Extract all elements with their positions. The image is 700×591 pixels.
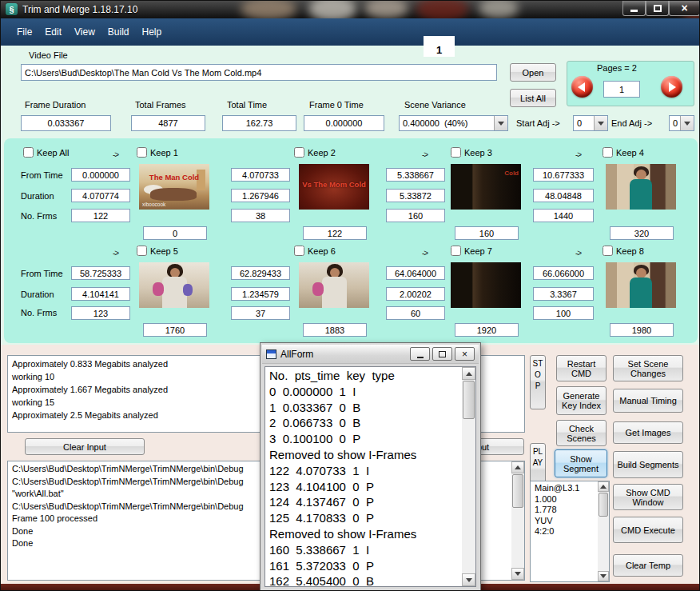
segment-5-frames[interactable]: 123 — [71, 306, 130, 320]
allform-title-bar[interactable]: AllForm × — [262, 345, 479, 364]
allform-minimize-button[interactable] — [410, 347, 430, 361]
segment-8-from-time[interactable]: 66.066000 — [533, 266, 594, 280]
total-time-input[interactable] — [222, 115, 296, 131]
keep-5-checkbox-input[interactable] — [137, 246, 147, 256]
segment-1-duration[interactable]: 4.070774 — [71, 189, 130, 202]
segment-7-thumbnail[interactable] — [451, 262, 521, 308]
end-adj-dropdown-button[interactable] — [680, 116, 694, 130]
scroll-up-button[interactable] — [511, 461, 524, 473]
prev-page-button[interactable] — [571, 76, 593, 98]
scene-variance-combo[interactable]: 0.400000 (40%) — [399, 115, 508, 131]
keep-all-checkbox[interactable]: Keep All — [23, 147, 69, 158]
frame-duration-input[interactable] — [21, 115, 111, 131]
segment-1-from-time[interactable]: 0.000000 — [71, 168, 130, 182]
cmd-execute-button[interactable]: CMD Execute — [613, 517, 683, 543]
segment-2-frames[interactable]: 38 — [231, 209, 290, 222]
segment-3-duration[interactable]: 5.33872 — [386, 189, 445, 202]
menu-help[interactable]: Help — [142, 26, 162, 38]
segment-8-start-frame[interactable]: 1980 — [610, 323, 674, 337]
scrollbar-thumb[interactable] — [512, 474, 523, 508]
segment-8-frames[interactable]: 100 — [533, 306, 594, 320]
maximize-button[interactable] — [646, 1, 669, 16]
info-scrollbar[interactable] — [598, 481, 609, 581]
segment-7-from-time[interactable]: 64.064000 — [386, 266, 445, 280]
segment-7-start-frame[interactable]: 1920 — [455, 323, 519, 337]
segment-1-start-frame[interactable]: 0 — [143, 226, 207, 240]
segment-5-thumbnail[interactable] — [139, 262, 209, 308]
keep-1-checkbox[interactable]: Keep 1 — [137, 147, 178, 158]
segment-6-start-frame[interactable]: 1883 — [303, 323, 367, 337]
menu-file[interactable]: File — [17, 26, 32, 38]
list-all-button[interactable]: List All — [510, 89, 556, 107]
show-segment-button[interactable]: Show Segment — [555, 449, 607, 477]
keep-3-checkbox[interactable]: Keep 3 — [451, 147, 492, 158]
segment-3-start-frame[interactable]: 160 — [455, 226, 519, 240]
scroll-down-button[interactable] — [462, 573, 475, 586]
segment-8-thumbnail[interactable] — [606, 262, 676, 308]
segment-4-frames[interactable]: 1440 — [533, 209, 594, 222]
segment-6-frames[interactable]: 37 — [231, 306, 290, 320]
restart-cmd-button[interactable]: Restart CMD — [556, 355, 607, 381]
frame0-time-input[interactable] — [304, 115, 384, 131]
next-page-button[interactable] — [661, 76, 682, 98]
clear-input-button[interactable]: Clear Input — [25, 438, 145, 455]
segment-3-thumbnail[interactable]: Cold — [451, 164, 521, 210]
segment-2-start-frame[interactable]: 122 — [303, 226, 367, 240]
check-scenes-button[interactable]: Check Scenes — [556, 420, 607, 446]
scroll-up-button[interactable] — [462, 367, 475, 380]
title-bar[interactable]: § Trim and Merge 1.18.17.10 × — [1, 1, 700, 18]
allform-restore-button[interactable] — [432, 347, 452, 361]
keep-8-checkbox[interactable]: Keep 8 — [603, 246, 644, 256]
keep-2-checkbox[interactable]: Keep 2 — [294, 147, 336, 158]
segment-5-duration[interactable]: 4.104141 — [71, 287, 130, 301]
menu-view[interactable]: View — [74, 26, 95, 38]
segment-3-frames[interactable]: 160 — [386, 209, 445, 222]
keep-5-checkbox[interactable]: Keep 5 — [137, 246, 178, 256]
set-scene-changes-button[interactable]: Set Scene Changes — [613, 355, 683, 381]
build-segments-button[interactable]: Build Segments — [613, 451, 683, 478]
keep-6-checkbox-input[interactable] — [294, 246, 304, 256]
scroll-down-button[interactable] — [598, 571, 609, 581]
total-frames-input[interactable] — [131, 115, 205, 131]
scroll-down-button[interactable] — [511, 568, 524, 580]
keep-4-checkbox-input[interactable] — [603, 147, 613, 158]
get-images-button[interactable]: Get Images — [613, 421, 683, 444]
video-file-input[interactable] — [21, 64, 497, 81]
segment-1-thumbnail[interactable]: The Man Cold xiboocook — [139, 164, 209, 210]
manual-timing-button[interactable]: Manual Timing — [613, 389, 683, 413]
scene-variance-dropdown-button[interactable] — [494, 116, 507, 130]
segment-6-from-time[interactable]: 62.829433 — [231, 266, 290, 280]
keep-3-checkbox-input[interactable] — [451, 147, 461, 158]
page-number-input[interactable] — [603, 81, 640, 98]
start-adj-combo[interactable]: 0 — [573, 115, 608, 131]
allform-scrollbar[interactable] — [462, 367, 475, 586]
segment-2-from-time[interactable]: 4.070733 — [231, 168, 290, 182]
keep-2-checkbox-input[interactable] — [294, 147, 304, 158]
output-scrollbar[interactable] — [511, 461, 524, 580]
segment-4-start-frame[interactable]: 320 — [610, 226, 674, 240]
segment-2-thumbnail[interactable]: Vs The Mom Cold — [299, 164, 369, 210]
menu-build[interactable]: Build — [108, 26, 129, 38]
generate-key-index-button[interactable]: Generate Key Index — [556, 386, 607, 415]
show-cmd-window-button[interactable]: Show CMD Window — [613, 484, 683, 510]
segment-6-thumbnail[interactable] — [299, 262, 369, 308]
keep-all-checkbox-input[interactable] — [23, 147, 34, 158]
segment-4-thumbnail[interactable] — [606, 164, 676, 210]
open-button[interactable]: Open — [510, 63, 556, 82]
segment-5-from-time[interactable]: 58.725333 — [71, 266, 130, 280]
segment-8-duration[interactable]: 3.3367 — [533, 287, 594, 301]
end-adj-combo[interactable]: 0 — [669, 115, 694, 131]
segment-4-from-time[interactable]: 10.677333 — [533, 168, 594, 182]
segment-7-frames[interactable]: 60 — [386, 306, 445, 320]
segment-4-duration[interactable]: 48.04848 — [533, 189, 594, 202]
clear-temp-button[interactable]: Clear Temp — [613, 554, 683, 577]
scrollbar-thumb[interactable] — [463, 381, 475, 419]
segment-6-duration[interactable]: 1.234579 — [231, 287, 290, 301]
segment-3-from-time[interactable]: 5.338667 — [386, 168, 445, 182]
keep-6-checkbox[interactable]: Keep 6 — [294, 246, 336, 256]
stop-button[interactable]: STOP — [530, 355, 546, 409]
keep-7-checkbox-input[interactable] — [451, 246, 461, 256]
keep-4-checkbox[interactable]: Keep 4 — [603, 147, 644, 158]
menu-edit[interactable]: Edit — [45, 26, 62, 38]
allform-close-button[interactable]: × — [455, 347, 475, 361]
